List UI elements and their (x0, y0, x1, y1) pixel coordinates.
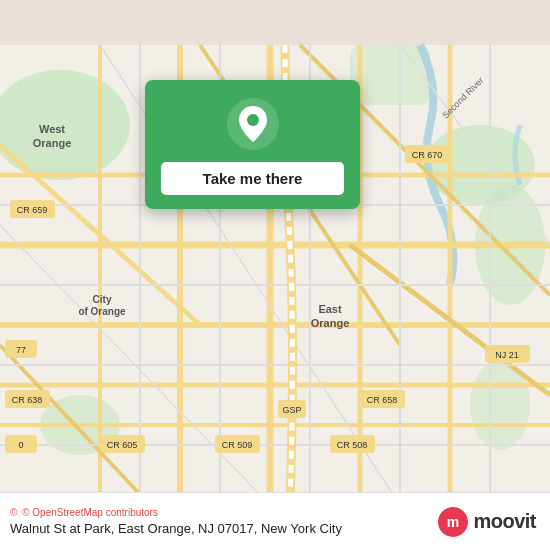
svg-text:77: 77 (16, 345, 26, 355)
heart-icon: © (10, 507, 17, 518)
svg-text:East: East (318, 303, 342, 315)
svg-text:0: 0 (18, 440, 23, 450)
svg-text:NJ 21: NJ 21 (495, 350, 519, 360)
svg-text:CR 605: CR 605 (107, 440, 138, 450)
svg-text:of Orange: of Orange (78, 306, 126, 317)
svg-text:CR 509: CR 509 (222, 440, 253, 450)
svg-text:Orange: Orange (33, 137, 72, 149)
svg-text:Orange: Orange (311, 317, 350, 329)
location-text: Walnut St at Park, East Orange, NJ 07017… (10, 521, 342, 536)
svg-text:City: City (93, 294, 112, 305)
map-container: CR 659 CR 670 77 CR 638 CR 605 CR 509 CR… (0, 0, 550, 550)
moovit-brand-name: moovit (473, 510, 536, 533)
location-pin-icon (227, 98, 279, 150)
moovit-logo: m moovit (437, 506, 536, 538)
svg-text:m: m (447, 514, 459, 530)
svg-text:CR 659: CR 659 (17, 205, 48, 215)
svg-text:CR 638: CR 638 (12, 395, 43, 405)
osm-attribution: © © OpenStreetMap contributors (10, 507, 342, 518)
svg-text:CR 508: CR 508 (337, 440, 368, 450)
svg-text:GSP: GSP (282, 405, 301, 415)
take-me-there-button[interactable]: Take me there (161, 162, 344, 195)
svg-text:CR 670: CR 670 (412, 150, 443, 160)
moovit-icon: m (437, 506, 469, 538)
svg-text:West: West (39, 123, 65, 135)
bottom-bar: © © OpenStreetMap contributors Walnut St… (0, 492, 550, 550)
location-card[interactable]: Take me there (145, 80, 360, 209)
svg-point-64 (247, 114, 259, 126)
bottom-info: © © OpenStreetMap contributors Walnut St… (10, 507, 342, 536)
attribution-text: © OpenStreetMap contributors (22, 507, 158, 518)
svg-text:CR 658: CR 658 (367, 395, 398, 405)
